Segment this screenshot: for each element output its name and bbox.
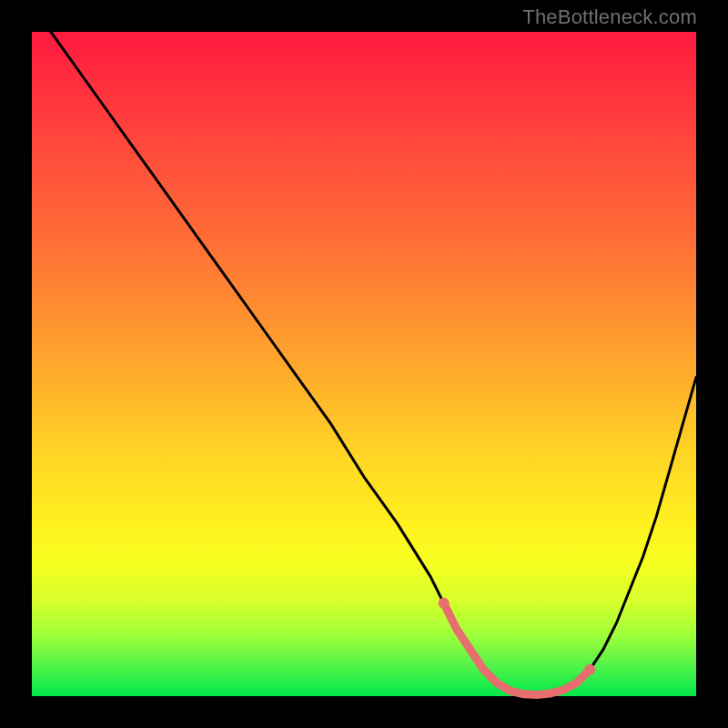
attribution-text: TheBottleneck.com xyxy=(522,5,697,29)
chart-frame: TheBottleneck.com xyxy=(0,0,728,728)
minimum-start-marker xyxy=(439,598,450,609)
minimum-band-path xyxy=(444,603,591,695)
curve-path xyxy=(32,5,696,695)
minimum-end-marker xyxy=(584,664,595,675)
bottleneck-curve xyxy=(32,32,696,696)
